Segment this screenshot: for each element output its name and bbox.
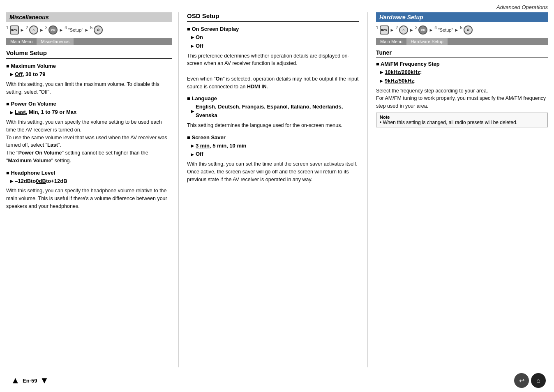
screen-saver-desc: With this setting, you can set the time … bbox=[187, 160, 359, 183]
back-button[interactable]: ↩ bbox=[514, 373, 529, 388]
right-arrow-1: ► bbox=[390, 28, 395, 32]
power-on-volume-desc: With this setting, you can specify the v… bbox=[6, 118, 172, 165]
right-step4-num: 4 bbox=[434, 25, 437, 30]
right-arrow-2: ► bbox=[409, 28, 414, 32]
bottom-nav: ▲ En-59 ▼ ↩ ⌂ bbox=[0, 373, 554, 388]
power-on-volume-block: Power On Volume Last, Min, 1 to 79 or Ma… bbox=[6, 101, 172, 164]
hardware-setup-title: Hardware Setup bbox=[379, 14, 423, 21]
receiver-icon-2: RCV bbox=[380, 25, 389, 35]
volume-setup-title: Volume Setup bbox=[6, 49, 172, 59]
miscellaneous-title: Miscellaneous bbox=[9, 14, 49, 21]
language-desc: This setting determines the language use… bbox=[187, 122, 359, 129]
bottom-right-icons: ↩ ⌂ bbox=[514, 373, 546, 388]
step5-num: 5 bbox=[90, 25, 92, 30]
prev-page-button[interactable]: ▲ bbox=[8, 374, 23, 388]
language-option: English, Deutsch, Français, Español, Ita… bbox=[191, 103, 359, 120]
volume-setup-text: Volume Setup bbox=[6, 49, 47, 56]
right-step5-num: 5 bbox=[460, 25, 462, 30]
step2-num: 2 bbox=[25, 25, 28, 30]
breadcrumb-main-text-left: Main Menu bbox=[10, 39, 32, 44]
setup-text-1: "Setup" bbox=[68, 28, 83, 32]
headphone-level-block: Headphone Level –12dB to 0dB to +12dB Wi… bbox=[6, 170, 172, 210]
prev-arrow-icon: ▲ bbox=[11, 375, 20, 386]
note-bullet-text: • When this setting is changed, all radi… bbox=[380, 120, 517, 125]
right-column: Hardware Setup 1 RCV ► 2 ⌂ ► 3 OK ► 4 "S… bbox=[368, 12, 548, 367]
amfm-freq-desc: Select the frequency step according to y… bbox=[376, 87, 548, 110]
home-icon-bottom: ⌂ bbox=[536, 377, 540, 384]
page-number: En-59 bbox=[23, 378, 37, 384]
right-breadcrumb: Main Menu Hardware Setup bbox=[376, 38, 548, 45]
note-title: Note bbox=[380, 115, 544, 120]
ok-icon-1: OK bbox=[48, 25, 58, 35]
home-icon-1: ⌂ bbox=[29, 25, 38, 35]
language-label: Language bbox=[187, 95, 359, 101]
setup-text-2: "Setup" bbox=[438, 28, 453, 32]
arrow-4: ► bbox=[84, 28, 89, 32]
left-column: Miscellaneous 1 RCV ► 2 ⌂ ► 3 OK ► 4 "Se… bbox=[6, 12, 179, 367]
right-nav-steps: 1 RCV ► 2 ⌂ ► 3 OK ► 4 "Setup" ► 5 ⚙ bbox=[376, 25, 548, 35]
arrow-2: ► bbox=[39, 28, 44, 32]
receiver-icon-1: RCV bbox=[10, 25, 19, 35]
max-volume-off: Off bbox=[15, 70, 23, 79]
breadcrumb-current-right: Hardware Setup bbox=[406, 38, 448, 45]
next-arrow-icon: ▼ bbox=[40, 375, 49, 386]
step4-num: 4 bbox=[65, 25, 67, 30]
hardware-setup-header: Hardware Setup bbox=[376, 12, 548, 22]
left-breadcrumb: Main Menu Miscellaneous bbox=[6, 38, 172, 45]
three-col-layout: Miscellaneous 1 RCV ► 2 ⌂ ► 3 OK ► 4 "Se… bbox=[6, 12, 548, 367]
settings-icon-2: ⚙ bbox=[464, 25, 473, 35]
max-volume-block: Maximum Volume Off, 30 to 79 With this s… bbox=[6, 63, 172, 96]
ok-icon-2: OK bbox=[418, 25, 427, 35]
note-content: • When this setting is changed, all radi… bbox=[380, 120, 544, 125]
middle-column: OSD Setup On Screen Display On Off This … bbox=[179, 12, 368, 367]
home-button[interactable]: ⌂ bbox=[531, 373, 546, 388]
tuner-text: Tuner bbox=[376, 49, 392, 56]
note-title-text: Note bbox=[380, 115, 390, 120]
note-box: Note • When this setting is changed, all… bbox=[376, 113, 548, 127]
freq-10khz-option: 10kHz/200kHz: bbox=[380, 68, 548, 77]
step1-num: 1 bbox=[6, 25, 9, 30]
settings-icon-1: ⚙ bbox=[94, 25, 103, 35]
breadcrumb-main-menu-left: Main Menu bbox=[6, 38, 37, 45]
back-icon: ↩ bbox=[519, 377, 524, 385]
headphone-level-desc: With this setting, you can specify the h… bbox=[6, 187, 172, 210]
tuner-title: Tuner bbox=[376, 49, 548, 58]
step3-num: 3 bbox=[45, 25, 48, 30]
right-step2-num: 2 bbox=[395, 25, 398, 30]
max-volume-label: Maximum Volume bbox=[6, 63, 172, 69]
breadcrumb-current-left: Miscellaneous bbox=[37, 38, 74, 45]
home-icon-2: ⌂ bbox=[399, 25, 408, 35]
right-step1-num: 1 bbox=[376, 25, 379, 30]
amfm-freq-block: AM/FM Frequency Step 10kHz/200kHz: 9kHz/… bbox=[376, 61, 548, 127]
screen-saver-time-option: 3 min, 5 min, 10 min bbox=[191, 142, 359, 150]
power-on-last: Last bbox=[15, 108, 26, 117]
advanced-operations-header: Advanced Operations bbox=[6, 4, 548, 10]
freq-9khz-option: 9kHz/50kHz: bbox=[380, 77, 548, 85]
osd-setup-title: OSD Setup bbox=[187, 12, 359, 22]
right-arrow-3: ► bbox=[429, 28, 433, 32]
screen-saver-block: Screen Saver 3 min, 5 min, 10 min Off Wi… bbox=[187, 134, 359, 184]
screen-saver-label: Screen Saver bbox=[187, 134, 359, 141]
arrow-3: ► bbox=[59, 28, 63, 32]
max-volume-desc: With this setting, you can limit the max… bbox=[6, 81, 172, 96]
page-container: Advanced Operations Miscellaneous 1 RCV … bbox=[0, 0, 554, 392]
arrow-1: ► bbox=[20, 28, 25, 32]
screen-saver-off-option: Off bbox=[191, 150, 359, 159]
on-screen-display-block: On Screen Display On Off This preference… bbox=[187, 26, 359, 90]
miscellaneous-header: Miscellaneous bbox=[6, 12, 172, 22]
language-block: Language English, Deutsch, Français, Esp… bbox=[187, 95, 359, 129]
breadcrumb-current-text-right: Hardware Setup bbox=[411, 39, 443, 44]
right-step3-num: 3 bbox=[415, 25, 418, 30]
right-arrow-4: ► bbox=[454, 28, 459, 32]
headphone-level-label: Headphone Level bbox=[6, 170, 172, 176]
max-volume-option: Off, 30 to 79 bbox=[10, 70, 172, 79]
osd-setup-text: OSD Setup bbox=[187, 12, 219, 19]
next-page-button[interactable]: ▼ bbox=[37, 374, 51, 388]
power-on-volume-label: Power On Volume bbox=[6, 101, 172, 107]
breadcrumb-main-menu-right: Main Menu bbox=[376, 38, 406, 45]
on-screen-display-label: On Screen Display bbox=[187, 26, 359, 32]
breadcrumb-main-text-right: Main Menu bbox=[380, 39, 402, 44]
left-nav-steps: 1 RCV ► 2 ⌂ ► 3 OK ► 4 "Setup" ► 5 ⚙ bbox=[6, 25, 172, 35]
power-on-volume-option: Last, Min, 1 to 79 or Max bbox=[10, 108, 172, 117]
headphone-level-option: –12dB to 0dB to +12dB bbox=[10, 177, 172, 186]
